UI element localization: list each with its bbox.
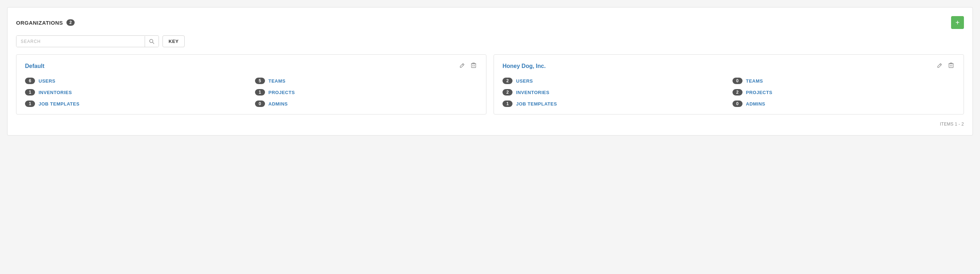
search-wrapper [16, 35, 159, 47]
item-label[interactable]: USERS [516, 79, 533, 84]
item-count-badge: 0 [732, 101, 743, 107]
item-count-badge: 1 [25, 101, 35, 107]
list-item[interactable]: 1JOB TEMPLATES [25, 101, 248, 107]
item-count-badge: 2 [503, 89, 512, 96]
edit-button[interactable] [936, 62, 943, 71]
item-label[interactable]: PROJECTS [269, 90, 295, 95]
item-label[interactable]: TEAMS [269, 79, 286, 84]
list-item[interactable]: 5TEAMS [255, 78, 478, 84]
card-header: Honey Dog, Inc. [503, 62, 955, 71]
svg-rect-3 [471, 64, 476, 67]
page-title: ORGANIZATIONS [16, 20, 63, 26]
item-label[interactable]: INVENTORIES [38, 90, 72, 95]
item-count-badge: 1 [25, 89, 35, 96]
list-item[interactable]: 6USERS [25, 78, 248, 84]
list-item[interactable]: 1JOB TEMPLATES [503, 101, 725, 107]
search-button[interactable] [145, 36, 159, 47]
list-item[interactable]: 2INVENTORIES [503, 89, 725, 96]
item-count-badge: 0 [255, 101, 265, 107]
trash-icon [471, 62, 476, 68]
list-item[interactable]: 0TEAMS [732, 78, 955, 84]
toolbar: KEY [16, 35, 964, 47]
org-card-honey-dog: Honey Dog, Inc. 2USERS0TEAMS2INVENTORIES… [493, 54, 964, 114]
card-actions [936, 62, 955, 71]
search-icon [149, 39, 154, 44]
cards-container: Default 6USERS5TEAMS1INVENTORIES1PROJECT… [16, 54, 964, 114]
organizations-page: ORGANIZATIONS 2 + KEY Default [7, 7, 973, 136]
trash-icon [948, 62, 954, 68]
item-count-badge: 1 [503, 101, 512, 107]
item-label[interactable]: TEAMS [746, 79, 763, 84]
edit-icon [937, 63, 942, 68]
item-count-badge: 6 [25, 78, 35, 84]
card-title-default[interactable]: Default [25, 63, 44, 69]
footer: ITEMS 1 - 2 [16, 122, 964, 127]
item-count-badge: 0 [732, 78, 743, 84]
org-card-default: Default 6USERS5TEAMS1INVENTORIES1PROJECT… [16, 54, 487, 114]
item-count-badge: 5 [255, 78, 265, 84]
svg-point-0 [150, 39, 153, 43]
list-item[interactable]: 1INVENTORIES [25, 89, 248, 96]
add-org-button[interactable]: + [951, 16, 964, 29]
edit-button[interactable] [458, 62, 466, 71]
item-label[interactable]: ADMINS [269, 101, 288, 107]
key-button[interactable]: KEY [162, 35, 185, 47]
item-label[interactable]: INVENTORIES [516, 90, 549, 95]
list-item[interactable]: 2USERS [503, 78, 725, 84]
item-label[interactable]: JOB TEMPLATES [38, 101, 80, 107]
item-count-badge: 2 [732, 89, 743, 96]
card-actions [458, 62, 477, 71]
page-header: ORGANIZATIONS 2 + [16, 16, 964, 29]
list-item[interactable]: 1PROJECTS [255, 89, 478, 96]
item-label[interactable]: PROJECTS [746, 90, 773, 95]
card-grid: 6USERS5TEAMS1INVENTORIES1PROJECTS1JOB TE… [25, 78, 477, 107]
list-item[interactable]: 2PROJECTS [732, 89, 955, 96]
page-title-area: ORGANIZATIONS 2 [16, 19, 75, 26]
card-grid: 2USERS0TEAMS2INVENTORIES2PROJECTS1JOB TE… [503, 78, 955, 107]
org-count-badge: 2 [67, 19, 75, 26]
items-count: ITEMS 1 - 2 [940, 122, 964, 127]
card-title-honey-dog[interactable]: Honey Dog, Inc. [503, 63, 546, 69]
list-item[interactable]: 0ADMINS [732, 101, 955, 107]
item-label[interactable]: JOB TEMPLATES [516, 101, 557, 107]
svg-line-1 [153, 42, 154, 44]
item-label[interactable]: USERS [38, 79, 56, 84]
svg-line-7 [940, 64, 941, 66]
edit-icon [460, 63, 465, 68]
header-right: + [951, 16, 964, 29]
search-input[interactable] [16, 36, 145, 47]
item-count-badge: 2 [503, 78, 512, 84]
svg-line-2 [463, 64, 464, 66]
svg-rect-8 [949, 64, 953, 67]
delete-button[interactable] [469, 62, 477, 71]
item-label[interactable]: ADMINS [746, 101, 765, 107]
item-count-badge: 1 [255, 89, 265, 96]
list-item[interactable]: 0ADMINS [255, 101, 478, 107]
delete-button[interactable] [947, 62, 955, 71]
card-header: Default [25, 62, 477, 71]
